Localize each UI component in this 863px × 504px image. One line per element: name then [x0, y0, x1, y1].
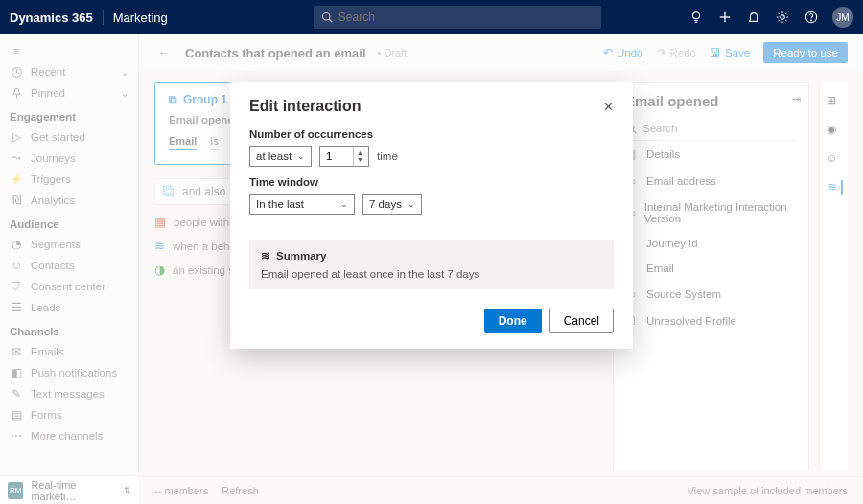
summary-text: Email opened at least once in the last 7…	[261, 268, 602, 280]
select-value: In the last	[256, 198, 304, 210]
gear-icon[interactable]	[775, 10, 790, 25]
search-input[interactable]	[338, 11, 594, 24]
chevron-down-icon: ⌄	[297, 151, 305, 161]
close-icon[interactable]: ✕	[603, 100, 614, 114]
global-search[interactable]	[314, 6, 601, 29]
brand-name: Dynamics 365	[10, 11, 93, 25]
done-button[interactable]: Done	[484, 309, 542, 333]
summary-box: ≋ Summary Email opened at least once in …	[249, 240, 614, 289]
occurrences-label: Number of occurrences	[249, 128, 614, 140]
timewindow-row: In the last ⌄ 7 days ⌄	[249, 194, 614, 215]
edit-interaction-modal: Edit interaction ✕ Number of occurrences…	[230, 82, 633, 349]
cancel-button[interactable]: Cancel	[549, 309, 614, 333]
brand-divider	[103, 10, 104, 25]
number-input[interactable]	[320, 147, 353, 166]
modal-header: Edit interaction ✕	[249, 98, 614, 115]
svg-point-7	[781, 15, 784, 19]
timewindow-value-select[interactable]: 7 days ⌄	[362, 194, 422, 215]
occurrences-operator-select[interactable]: at least ⌄	[249, 146, 312, 167]
top-actions: JM	[688, 7, 853, 28]
svg-point-2	[693, 12, 700, 19]
lightbulb-icon[interactable]	[688, 10, 704, 25]
spinner[interactable]: ▲▼	[353, 147, 366, 166]
chevron-down-icon: ⌄	[340, 199, 348, 209]
module-name: Marketing	[113, 11, 168, 25]
occurrences-suffix: time	[377, 150, 398, 162]
timewindow-mode-select[interactable]: In the last ⌄	[249, 194, 355, 215]
summary-header: ≋ Summary	[261, 249, 602, 263]
summary-icon: ≋	[261, 249, 270, 263]
modal-actions: Done Cancel	[249, 309, 614, 333]
bell-icon[interactable]	[746, 10, 761, 25]
occurrences-row: at least ⌄ ▲▼ time	[249, 146, 614, 167]
select-value: 7 days	[369, 198, 402, 210]
spin-down-icon[interactable]: ▼	[354, 156, 366, 163]
timewindow-label: Time window	[249, 176, 614, 188]
topbar: Dynamics 365 Marketing JM	[0, 0, 863, 34]
search-icon	[321, 11, 333, 23]
plus-icon[interactable]	[717, 10, 733, 25]
svg-line-1	[329, 19, 332, 22]
svg-point-0	[322, 13, 330, 21]
summary-head-label: Summary	[276, 250, 326, 262]
help-icon[interactable]	[804, 10, 819, 25]
svg-point-9	[811, 20, 812, 21]
chevron-down-icon: ⌄	[408, 199, 415, 209]
occurrences-count-input[interactable]: ▲▼	[319, 146, 369, 167]
modal-title: Edit interaction	[249, 98, 361, 115]
spin-up-icon[interactable]: ▲	[354, 149, 366, 156]
select-value: at least	[256, 150, 292, 162]
modal-overlay: Edit interaction ✕ Number of occurrences…	[0, 34, 863, 504]
brand: Dynamics 365 Marketing	[10, 10, 168, 25]
avatar[interactable]: JM	[832, 7, 853, 28]
